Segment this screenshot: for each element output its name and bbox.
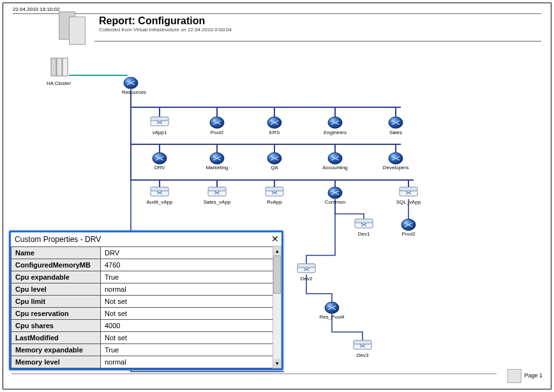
properties-panel: Custom Properties - DRV ✕ NameDRVConfigu… <box>9 230 283 370</box>
properties-table: NameDRVConfiguredMemoryMB4760Cpu expanda… <box>11 246 281 368</box>
node-resources[interactable]: Resources <box>112 89 156 95</box>
node-audit[interactable]: Audit_vApp <box>137 199 182 205</box>
node-qa[interactable]: QA <box>252 165 297 170</box>
prop-key: Cpu reservation <box>11 308 101 320</box>
prop-value: 4760 <box>101 259 281 271</box>
node-pool2[interactable]: Pool2 <box>195 130 239 135</box>
prop-key: Memory level <box>11 356 101 368</box>
page-box-icon <box>507 369 521 383</box>
node-marketing[interactable]: Marketing <box>195 165 239 170</box>
node-sql[interactable]: SQL_vApp <box>386 199 431 205</box>
table-row: Memory levelnormal <box>11 356 281 368</box>
node-drv[interactable]: DRV <box>137 165 182 170</box>
prop-key: Memory expandable <box>11 344 101 356</box>
table-row: NameDRV <box>11 247 281 259</box>
table-row: Cpu shares4000 <box>11 320 281 332</box>
scroll-down-icon[interactable]: ▾ <box>273 359 281 368</box>
prop-value: True <box>101 271 281 283</box>
node-ers[interactable]: ERS <box>252 130 297 135</box>
table-row: LastModifiedNot set <box>11 332 281 344</box>
node-developers[interactable]: Developers <box>373 165 418 170</box>
node-rvapp[interactable]: RvApp <box>252 199 297 205</box>
node-sales[interactable]: Sales <box>373 130 418 135</box>
prop-value: True <box>101 344 281 356</box>
prop-key: ConfiguredMemoryMB <box>11 259 101 271</box>
table-row: ConfiguredMemoryMB4760 <box>11 259 281 271</box>
scroll-thumb[interactable] <box>273 255 281 294</box>
table-row: Cpu expandableTrue <box>11 271 281 283</box>
scrollbar[interactable]: ▴ ▾ <box>273 246 281 368</box>
scroll-up-icon[interactable]: ▴ <box>273 246 281 255</box>
node-respool4[interactable]: Res_Pool4 <box>310 314 354 320</box>
prop-key: LastModified <box>11 332 101 344</box>
prop-key: Cpu limit <box>11 296 101 308</box>
table-row: Cpu limitNot set <box>11 296 281 308</box>
prop-value: Not set <box>101 296 281 308</box>
panel-title-text: Custom Properties - DRV <box>15 235 101 244</box>
node-hacluster[interactable]: HA Cluster <box>36 80 81 86</box>
prop-value: 4000 <box>101 320 281 332</box>
node-dev2[interactable]: Dev2 <box>284 276 329 282</box>
prop-value: Not set <box>101 308 281 320</box>
table-row: Cpu levelnormal <box>11 283 281 296</box>
prop-value: normal <box>101 283 281 296</box>
prop-key: Cpu level <box>11 283 101 296</box>
node-accounting[interactable]: Accounting <box>313 165 357 170</box>
node-engineers[interactable]: Engineers <box>313 130 357 135</box>
node-dev1[interactable]: Dev1 <box>341 231 386 237</box>
prop-value: Not set <box>101 332 281 344</box>
page-number: Page 1 <box>507 369 543 383</box>
node-sales-vapp[interactable]: Sales_vApp <box>195 199 239 205</box>
node-vapp1[interactable]: vApp1 <box>137 130 182 135</box>
prop-value: DRV <box>101 247 281 259</box>
node-dev3[interactable]: Dev3 <box>340 352 385 358</box>
prop-key: Cpu shares <box>11 320 101 332</box>
close-icon[interactable]: ✕ <box>271 234 279 244</box>
table-row: Cpu reservationNot set <box>11 308 281 320</box>
table-row: Memory expandableTrue <box>11 344 281 356</box>
footer-rule <box>11 373 497 374</box>
node-common[interactable]: Common <box>313 199 357 205</box>
prop-value: normal <box>101 356 281 368</box>
prop-key: Cpu expandable <box>11 271 101 283</box>
prop-key: Name <box>11 247 101 259</box>
node-prod2[interactable]: Prod2 <box>386 231 431 237</box>
panel-title: Custom Properties - DRV ✕ <box>11 232 281 246</box>
